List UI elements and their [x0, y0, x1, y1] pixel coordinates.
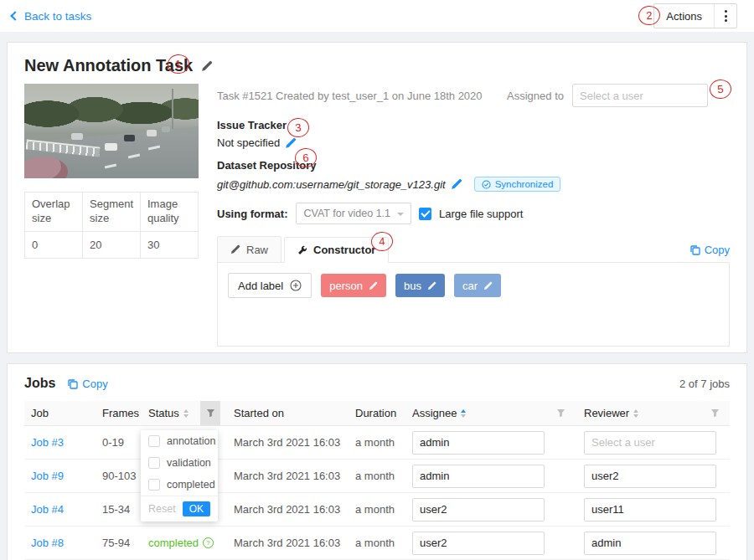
- task-parameters-table: Overlap size Segment size Image quality …: [24, 192, 199, 259]
- tab-raw[interactable]: Raw: [217, 236, 281, 262]
- sync-check-icon: [482, 180, 491, 189]
- question-circle-icon: ?: [203, 537, 214, 548]
- tab-constructor[interactable]: Constructor: [284, 237, 389, 263]
- param-value: 20: [83, 231, 141, 258]
- assignee-input[interactable]: [412, 431, 545, 455]
- reviewer-input[interactable]: [584, 498, 716, 521]
- reviewer-filter-icon[interactable]: [705, 401, 725, 425]
- edit-label-icon[interactable]: [483, 281, 493, 290]
- status-filter-dropdown: annotation validation completed Reset OK: [141, 430, 218, 521]
- frames-cell: 75-94: [96, 537, 142, 549]
- table-row: Job #9 90-103 March 3rd 2021 16:03 a mon…: [24, 460, 730, 493]
- car-graphic: [162, 126, 170, 132]
- started-cell: March 3rd 2021 16:03: [227, 537, 349, 549]
- frames-cell: 15-34: [96, 503, 142, 516]
- column-started-on: Started on: [227, 401, 349, 425]
- actions-button[interactable]: Actions: [653, 3, 737, 28]
- table-row: Job #4 15-34 March 3rd 2021 16:03 a mont…: [24, 493, 730, 527]
- issue-tracker-label: Issue Tracker: [217, 119, 730, 131]
- dataset-repository-url: git@github.com:username/git_storage_v123…: [217, 178, 446, 191]
- frames-cell: 0-19: [96, 436, 142, 449]
- job-link[interactable]: Job #9: [31, 470, 64, 482]
- assignee-filter-icon[interactable]: [550, 401, 571, 425]
- column-reviewer[interactable]: Reviewer: [577, 401, 731, 425]
- sort-icon: [461, 409, 466, 418]
- dataset-repository-label: Dataset Repository: [217, 159, 730, 172]
- car-graphic: [105, 143, 117, 151]
- jobs-card: Jobs Copy 2 of 7 jobs Job Frames Status …: [7, 363, 747, 560]
- reviewer-input[interactable]: [584, 465, 716, 488]
- checkbox[interactable]: [148, 435, 160, 447]
- duration-cell: a month: [349, 436, 405, 449]
- large-file-label: Large file support: [439, 208, 523, 220]
- filter-option-validation[interactable]: validation: [141, 452, 218, 474]
- task-right-column: Task #1521 Created by test_user_1 on Jun…: [217, 84, 730, 347]
- started-cell: March 3rd 2021 16:03: [227, 503, 349, 516]
- back-to-tasks-link[interactable]: Back to tasks: [12, 10, 91, 23]
- job-link[interactable]: Job #8: [31, 537, 64, 549]
- param-header: Overlap size: [25, 193, 83, 232]
- started-cell: March 3rd 2021 16:03: [227, 470, 349, 482]
- plus-circle-icon: [290, 280, 302, 291]
- copy-icon: [689, 244, 700, 255]
- filter-option-completed[interactable]: completed: [141, 474, 218, 496]
- task-detail-card: New Annotation Task: [7, 42, 747, 353]
- chevron-down-icon: [397, 213, 404, 216]
- tool-icon: [297, 245, 307, 255]
- large-file-checkbox[interactable]: [419, 208, 431, 220]
- filter-option-annotation[interactable]: annotation: [141, 430, 218, 452]
- chevron-left-icon: [10, 11, 19, 20]
- task-left-column: Overlap size Segment size Image quality …: [24, 84, 199, 347]
- format-select[interactable]: CVAT for video 1.1: [296, 203, 412, 224]
- synchronized-badge: Synchronized: [474, 177, 561, 192]
- page-title: New Annotation Task: [24, 56, 193, 75]
- using-format-label: Using format:: [217, 208, 288, 220]
- assigned-to-label: Assigned to: [507, 90, 564, 102]
- status-filter-icon[interactable]: [200, 401, 220, 425]
- add-label-button[interactable]: Add label: [228, 273, 312, 298]
- checkbox[interactable]: [148, 457, 160, 469]
- frames-cell: 90-103: [96, 470, 142, 482]
- edit-title-icon[interactable]: [201, 60, 213, 72]
- table-row: Job #8 75-94 completed ? March 3rd 2021 …: [24, 527, 730, 560]
- assignee-input[interactable]: [412, 498, 545, 521]
- column-assignee[interactable]: Assignee: [405, 401, 577, 425]
- edit-repository-icon[interactable]: [451, 178, 462, 190]
- assignee-input[interactable]: [412, 532, 545, 555]
- copy-labels-link[interactable]: Copy: [689, 244, 730, 256]
- started-cell: March 3rd 2021 16:03: [227, 436, 349, 449]
- column-job: Job: [24, 401, 96, 425]
- job-link[interactable]: Job #3: [31, 436, 64, 449]
- label-tag-bus[interactable]: bus: [395, 274, 445, 297]
- more-icon[interactable]: [715, 8, 736, 23]
- label-tag-car[interactable]: car: [454, 274, 501, 297]
- sort-icon: [183, 409, 188, 418]
- duration-cell: a month: [349, 470, 405, 482]
- job-link[interactable]: Job #4: [31, 503, 64, 516]
- edit-label-icon[interactable]: [369, 281, 378, 290]
- column-duration: Duration: [349, 401, 405, 425]
- column-status[interactable]: Status: [142, 401, 227, 425]
- sort-icon: [633, 409, 638, 418]
- checkbox[interactable]: [148, 479, 160, 491]
- issue-tracker-value: Not specified: [217, 136, 280, 149]
- filter-reset-button[interactable]: Reset: [148, 503, 176, 515]
- param-value: 30: [141, 231, 199, 258]
- pencil-icon: [230, 244, 240, 254]
- task-assignee-input[interactable]: [572, 84, 708, 107]
- param-header: Image quality: [141, 193, 199, 232]
- filter-ok-button[interactable]: OK: [183, 501, 210, 516]
- assignee-input[interactable]: [412, 465, 545, 488]
- copy-jobs-link[interactable]: Copy: [67, 378, 107, 390]
- back-to-tasks-label: Back to tasks: [24, 10, 91, 23]
- actions-label: Actions: [654, 10, 714, 23]
- edit-issue-tracker-icon[interactable]: [285, 137, 297, 149]
- label-tag-person[interactable]: person: [321, 274, 386, 297]
- jobs-title: Jobs: [24, 376, 55, 391]
- param-header: Segment size: [83, 193, 141, 232]
- reviewer-input[interactable]: [584, 431, 716, 455]
- reviewer-input[interactable]: [584, 532, 716, 555]
- table-row: Job #3 0-19 March 3rd 2021 16:03 a month: [24, 426, 730, 460]
- jobs-count: 2 of 7 jobs: [679, 378, 730, 390]
- edit-label-icon[interactable]: [427, 281, 436, 290]
